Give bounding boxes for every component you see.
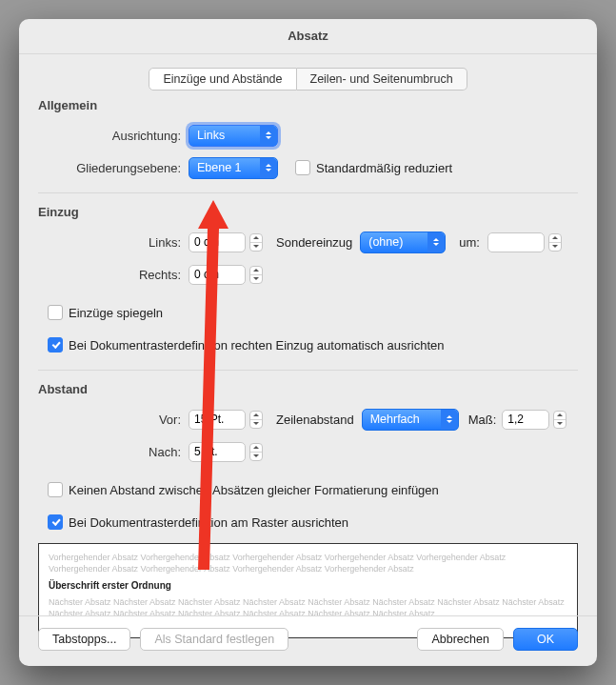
space-before-label: Vor:	[38, 413, 189, 427]
indent-by-field[interactable]	[487, 232, 545, 252]
stepper-icon[interactable]	[249, 266, 263, 284]
chevron-updown-icon	[427, 232, 445, 252]
indent-by-label: um:	[459, 235, 480, 250]
tab-line-page-breaks[interactable]: Zeilen- und Seitenumbruch	[297, 68, 467, 91]
tabstops-button[interactable]: Tabstopps...	[38, 628, 130, 651]
stepper-icon[interactable]	[249, 411, 263, 429]
space-after-label: Nach:	[38, 445, 189, 459]
dialog-footer: Tabstopps... Als Standard festlegen Abbr…	[19, 615, 597, 666]
indent-right-stepper[interactable]	[189, 265, 263, 285]
stepper-icon[interactable]	[548, 233, 562, 252]
special-indent-value: (ohne)	[368, 235, 403, 249]
mirror-indents-checkbox[interactable]: Einzüge spiegeln	[48, 305, 163, 320]
stepper-icon[interactable]	[249, 443, 263, 461]
indent-grid-checkbox[interactable]: Bei Dokumentrasterdefinition rechten Ein…	[48, 337, 445, 353]
collapsed-by-default-checkbox[interactable]: Standardmäßig reduziert	[295, 160, 452, 175]
tab-indents-spacing[interactable]: Einzüge und Abstände	[149, 68, 296, 91]
alignment-value: Links	[197, 129, 225, 142]
indent-left-field[interactable]	[189, 232, 246, 252]
alignment-label: Ausrichtung:	[38, 129, 189, 143]
alignment-select[interactable]: Links	[189, 125, 278, 147]
dialog-title: Absatz	[19, 19, 597, 54]
outline-level-label: Gliederungsebene:	[38, 161, 189, 175]
space-after-field[interactable]	[189, 442, 246, 462]
spacing-grid-checkbox[interactable]: Bei Dokumentrasterdefinition am Raster a…	[48, 514, 348, 530]
indent-left-stepper[interactable]	[189, 232, 263, 252]
indent-left-label: Links:	[38, 235, 189, 250]
collapsed-by-default-label: Standardmäßig reduziert	[316, 161, 452, 175]
indent-right-field[interactable]	[189, 265, 246, 285]
line-spacing-label: Zeilenabstand	[276, 413, 354, 427]
section-indent-title: Einzug	[38, 205, 578, 219]
space-before-field[interactable]	[189, 410, 246, 430]
chevron-updown-icon	[260, 158, 277, 178]
line-spacing-select[interactable]: Mehrfach	[362, 409, 459, 431]
cancel-button[interactable]: Abbrechen	[417, 628, 503, 651]
section-spacing-title: Abstand	[38, 382, 578, 396]
line-spacing-value: Mehrfach	[370, 413, 420, 426]
chevron-updown-icon	[260, 126, 277, 146]
special-indent-select[interactable]: (ohne)	[360, 232, 446, 253]
preview-sample-text: Überschrift erster Ordnung	[49, 580, 567, 591]
special-indent-label: Sondereinzug	[276, 235, 352, 250]
ok-button[interactable]: OK	[513, 628, 578, 651]
no-space-same-style-checkbox[interactable]: Keinen Abstand zwischen Absätzen gleiche…	[48, 482, 439, 497]
space-before-stepper[interactable]	[189, 410, 263, 430]
chevron-updown-icon	[441, 410, 458, 430]
line-spacing-at-field[interactable]	[502, 410, 549, 430]
dialog-paragraph: Absatz Einzüge und Abstände Zeilen- und …	[19, 19, 597, 666]
mirror-indents-label: Einzüge spiegeln	[69, 306, 163, 320]
tab-bar: Einzüge und Abstände Zeilen- und Seitenu…	[19, 68, 597, 91]
set-default-button[interactable]: Als Standard festlegen	[140, 628, 288, 651]
indent-grid-label: Bei Dokumentrasterdefinition rechten Ein…	[69, 338, 445, 353]
line-spacing-at-label: Maß:	[468, 413, 497, 427]
indent-right-label: Rechts:	[38, 268, 189, 282]
stepper-icon[interactable]	[553, 411, 566, 429]
stepper-icon[interactable]	[249, 233, 263, 252]
preview-before-text: Vorhergehender Absatz Vorhergehender Abs…	[49, 552, 567, 574]
spacing-grid-label: Bei Dokumentrasterdefinition am Raster a…	[69, 515, 348, 530]
outline-level-select[interactable]: Ebene 1	[189, 157, 278, 179]
no-space-same-style-label: Keinen Abstand zwischen Absätzen gleiche…	[69, 483, 439, 497]
space-after-stepper[interactable]	[189, 442, 263, 462]
section-general-title: Allgemein	[38, 98, 578, 112]
indent-by-stepper[interactable]	[487, 232, 562, 252]
outline-level-value: Ebene 1	[197, 161, 242, 174]
line-spacing-at-stepper[interactable]	[502, 410, 566, 430]
